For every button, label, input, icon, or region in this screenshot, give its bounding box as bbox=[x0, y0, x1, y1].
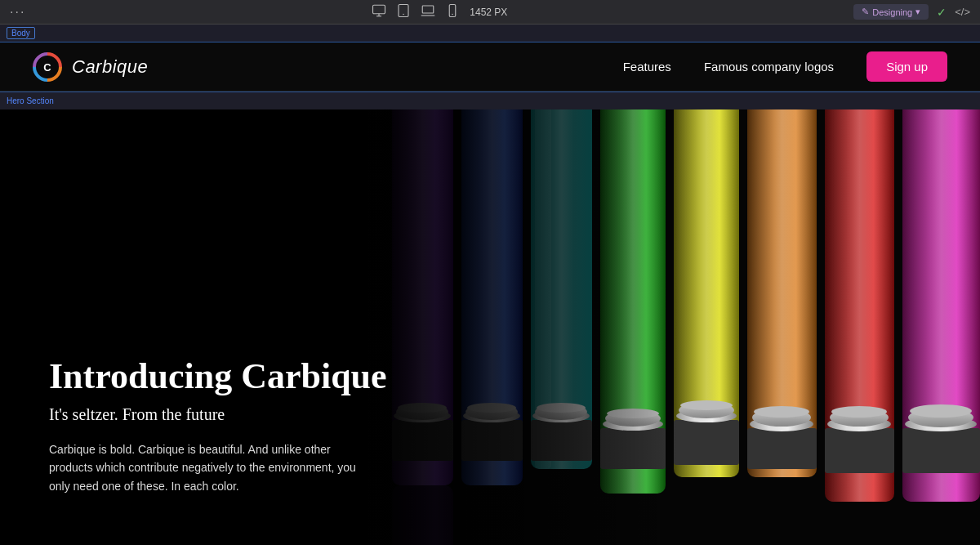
logo-icon: C bbox=[33, 52, 62, 82]
nav-logos[interactable]: Famous company logos bbox=[704, 60, 834, 74]
toolbar-dots[interactable]: ··· bbox=[10, 5, 25, 20]
svg-rect-60 bbox=[902, 428, 980, 473]
svg-point-51 bbox=[754, 406, 809, 418]
hero-title: Introducing Carbique bbox=[49, 357, 387, 396]
bottles-visual bbox=[368, 109, 980, 545]
tablet-icon[interactable] bbox=[396, 3, 411, 20]
designing-button[interactable]: ✎ Designing ▾ bbox=[853, 4, 929, 20]
logo-area: C Carbique bbox=[33, 52, 148, 82]
svg-rect-64 bbox=[368, 109, 678, 545]
toolbar-left: ··· bbox=[10, 5, 25, 20]
toolbar-center: 1452 PX bbox=[372, 3, 507, 20]
svg-text:C: C bbox=[43, 61, 51, 74]
body-badge: Body bbox=[7, 27, 35, 39]
toolbar-right: ✎ Designing ▾ ✓ </> bbox=[853, 4, 970, 20]
logo-text: Carbique bbox=[72, 56, 148, 78]
check-icon[interactable]: ✓ bbox=[937, 6, 947, 19]
hero-body: Carbique is bold. Carbique is beautiful.… bbox=[49, 440, 359, 495]
svg-rect-48 bbox=[747, 428, 817, 469]
svg-rect-5 bbox=[423, 6, 434, 13]
body-label-bar: Body bbox=[0, 25, 980, 42]
svg-point-57 bbox=[831, 406, 887, 418]
hero-section-badge: Hero Section bbox=[7, 96, 54, 105]
nav-links: Features Famous company logos Sign up bbox=[623, 51, 947, 82]
svg-rect-0 bbox=[373, 5, 385, 14]
desktop-icon[interactable] bbox=[372, 3, 386, 20]
svg-rect-54 bbox=[825, 428, 894, 473]
navbar: C Carbique Features Famous company logos… bbox=[0, 42, 980, 92]
hero-section: Introducing Carbique It's seltzer. From … bbox=[0, 109, 980, 545]
designing-label: Designing bbox=[872, 7, 912, 17]
mobile-icon[interactable] bbox=[445, 3, 460, 20]
hero-section-label-bar: Hero Section bbox=[0, 92, 980, 109]
code-icon[interactable]: </> bbox=[955, 6, 970, 18]
svg-point-63 bbox=[910, 404, 972, 418]
laptop-icon[interactable] bbox=[421, 3, 435, 20]
svg-point-4 bbox=[403, 14, 405, 16]
nav-features[interactable]: Features bbox=[623, 60, 671, 74]
signup-button[interactable]: Sign up bbox=[866, 51, 947, 82]
hero-subtitle: It's seltzer. From the future bbox=[49, 405, 387, 424]
px-value: 1452 PX bbox=[470, 7, 507, 18]
chevron-down-icon: ▾ bbox=[915, 7, 920, 17]
svg-point-45 bbox=[680, 400, 733, 410]
pencil-icon: ✎ bbox=[862, 7, 869, 17]
toolbar: ··· 1452 PX ✎ Designing ▾ ✓ </> bbox=[0, 0, 980, 25]
hero-content: Introducing Carbique It's seltzer. From … bbox=[49, 357, 387, 495]
svg-point-8 bbox=[452, 14, 454, 16]
svg-rect-42 bbox=[674, 420, 739, 465]
